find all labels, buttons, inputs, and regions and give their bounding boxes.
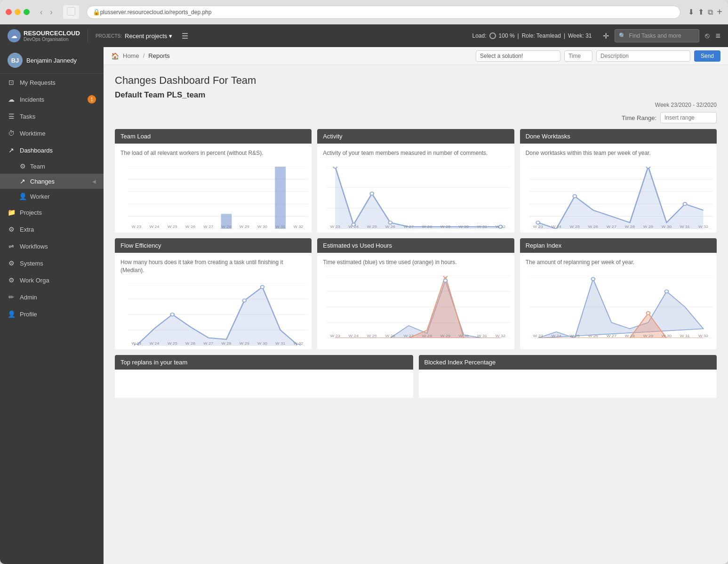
svg-text:W 26: W 26 <box>588 224 598 228</box>
worker-icon: 👤 <box>19 193 26 200</box>
sidebar-item-work-orga[interactable]: ⚙ Work Orga <box>0 272 104 289</box>
sidebar-item-admin[interactable]: ✏ Admin <box>0 289 104 306</box>
back-button[interactable]: ‹ <box>37 6 45 18</box>
address-bar[interactable]: 🔒 plusserver.resourcecloud.io/reports_de… <box>87 6 681 19</box>
sidebar-item-changes[interactable]: ↗ Changes ◀ <box>0 174 104 189</box>
page-title: Changes Dashboard For Team <box>115 74 717 87</box>
svg-text:W 24: W 24 <box>551 224 561 228</box>
sidebar-label-admin: Admin <box>20 294 37 301</box>
fullscreen-dot[interactable] <box>24 9 30 15</box>
role-text: Role: Teamlead <box>522 32 561 39</box>
browser-tab[interactable] <box>63 5 79 19</box>
card-activity-body: Activity of your team members measured i… <box>317 144 514 167</box>
time-input[interactable] <box>564 50 592 62</box>
forward-button[interactable]: › <box>47 6 55 18</box>
chart-done-worktasks: W 23 W 24 W 25 W 26 W 27 W 28 W 29 W 30 … <box>520 167 717 233</box>
card-flow-efficiency-body: How many hours does it take from creatin… <box>115 253 312 284</box>
sidebar-label-workflows: Workflows <box>20 243 48 250</box>
svg-text:W 32: W 32 <box>698 224 709 228</box>
add-tab-icon[interactable]: + <box>717 7 722 17</box>
worktime-icon: ⏱ <box>8 129 15 137</box>
sidebar-item-profile[interactable]: 👤 Profile <box>0 306 104 322</box>
sidebar-item-my-requests[interactable]: ⊡ My Requests <box>0 74 104 91</box>
logo-name: RESOURCECLOUD <box>24 30 80 37</box>
svg-text:W 28: W 28 <box>422 224 432 228</box>
card-estimated-vs-used-title: Estimated vs Used Hours <box>323 242 392 249</box>
sidebar-item-incidents[interactable]: ☁ Incidents 1 <box>0 91 104 108</box>
incidents-icon: ☁ <box>8 96 15 103</box>
card-activity-title: Activity <box>323 133 342 140</box>
svg-point-56 <box>683 202 687 206</box>
hamburger-icon[interactable]: ≡ <box>715 31 720 41</box>
card-done-worktasks-title: Done Worktasks <box>526 133 570 140</box>
work-orga-icon: ⚙ <box>8 276 15 284</box>
sidebar-item-systems[interactable]: ⚙ Systems <box>0 255 104 272</box>
list-icon[interactable]: ☰ <box>182 32 188 40</box>
crosshair-icon[interactable]: ✛ <box>603 32 609 40</box>
logo-area: ☁ RESOURCECLOUD DevOps Organisation <box>8 29 80 42</box>
solution-select[interactable]: Select a solution! <box>476 50 560 62</box>
external-link-icon[interactable]: ⎋ <box>705 32 710 40</box>
svg-text:W 27: W 27 <box>606 333 616 338</box>
sidebar-item-workflows[interactable]: ⇌ Workflows <box>0 238 104 255</box>
load-percent: 100 % <box>499 32 515 39</box>
download-icon[interactable]: ⬇ <box>688 8 694 16</box>
svg-text:W 27: W 27 <box>404 224 414 228</box>
sidebar-label-team: Team <box>30 163 45 170</box>
split-icon[interactable]: ⧉ <box>708 8 713 16</box>
svg-point-53 <box>536 221 540 224</box>
svg-text:W 29: W 29 <box>240 341 249 346</box>
svg-marker-110 <box>538 279 703 338</box>
card-activity-header: Activity <box>317 129 514 144</box>
svg-text:W 32: W 32 <box>698 333 709 338</box>
svg-text:W 23: W 23 <box>131 341 141 346</box>
topbar: ☁ RESOURCECLOUD DevOps Organisation PROJ… <box>0 24 728 47</box>
projects-selector[interactable]: Recent projects ▾ <box>125 32 172 40</box>
share-icon[interactable]: ⬆ <box>698 8 704 16</box>
breadcrumb-separator: / <box>143 52 145 59</box>
card-team-load-body: The load of all relevant workers in perc… <box>115 144 312 167</box>
chart-activity: W 23 W 24 W 25 W 26 W 27 W 28 W 29 W 30 … <box>317 167 514 233</box>
send-button[interactable]: Send <box>694 50 720 62</box>
time-range-input[interactable] <box>660 112 717 123</box>
svg-text:W 25: W 25 <box>168 224 177 228</box>
close-dot[interactable] <box>6 9 12 15</box>
sidebar-item-projects[interactable]: 📁 Projects <box>0 204 104 221</box>
svg-text:W 30: W 30 <box>459 224 469 228</box>
time-range-bar: Time Range: <box>115 112 717 123</box>
card-replan-index-title: Replan Index <box>526 242 562 249</box>
svg-text:W 28: W 28 <box>222 341 232 346</box>
sidebar-label-tasks: Tasks <box>20 113 35 120</box>
card-blocked-index: Blocked Index Percentage <box>419 355 717 398</box>
sidebar-label-work-orga: Work Orga <box>20 277 49 284</box>
chart-estimated-vs-used: W 23 W 24 W 25 W 26 W 27 W 28 W 29 W 30 … <box>317 276 514 342</box>
sidebar-item-extra[interactable]: ⚙ Extra <box>0 221 104 238</box>
breadcrumb-bar: 🏠 Home / Reports Select a solution! Send <box>104 47 728 65</box>
svg-text:W 29: W 29 <box>643 333 653 338</box>
svg-text:W 28: W 28 <box>624 333 635 338</box>
projects-label: PROJECTS: <box>96 33 122 39</box>
topbar-search[interactable]: 🔍 Find Tasks and more <box>615 29 699 42</box>
sidebar-label-profile: Profile <box>20 311 37 318</box>
svg-text:W 25: W 25 <box>569 333 580 338</box>
sidebar-label-dashboards: Dashboards <box>20 147 53 154</box>
sidebar-label-my-requests: My Requests <box>20 79 56 86</box>
breadcrumb-home[interactable]: Home <box>123 52 139 59</box>
card-top-replans-header: Top replans in your team <box>115 355 413 370</box>
minimize-dot[interactable] <box>15 9 21 15</box>
incidents-badge: 1 <box>88 95 96 104</box>
sidebar-item-dashboards[interactable]: ↗ Dashboards <box>0 142 104 159</box>
card-top-replans-title: Top replans in your team <box>120 359 187 366</box>
sidebar-item-tasks[interactable]: ☰ Tasks <box>0 108 104 125</box>
description-input[interactable] <box>596 50 690 62</box>
svg-text:W 23: W 23 <box>533 224 543 228</box>
sidebar-item-worker[interactable]: 👤 Worker <box>0 189 104 204</box>
sidebar-nav: ⊡ My Requests ☁ Incidents 1 ☰ Tasks ⏱ <box>0 74 104 564</box>
sidebar-item-worktime[interactable]: ⏱ Worktime <box>0 125 104 142</box>
sidebar-label-incidents: Incidents <box>20 96 44 103</box>
svg-text:W 23: W 23 <box>330 224 341 228</box>
svg-point-75 <box>242 299 246 302</box>
svg-text:W 27: W 27 <box>606 224 616 228</box>
card-replan-index-desc: The amount of replanning per week of yea… <box>526 258 711 266</box>
sidebar-item-team[interactable]: ⚙ Team <box>0 159 104 174</box>
